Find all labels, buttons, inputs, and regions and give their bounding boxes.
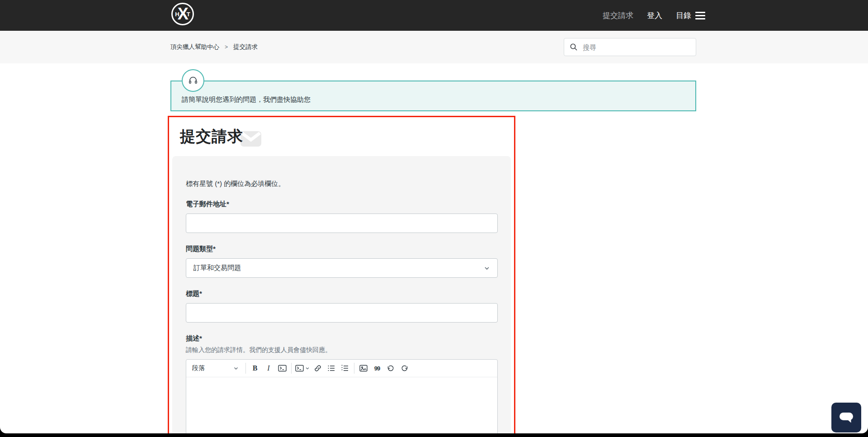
- search-box[interactable]: [564, 38, 696, 56]
- headset-icon: [182, 69, 204, 92]
- issue-type-label: 問題類型*: [186, 245, 497, 253]
- nav-menu-button[interactable]: 目錄: [676, 10, 705, 21]
- envelope-icon: [241, 131, 261, 147]
- numbered-list-button[interactable]: [338, 361, 352, 375]
- brand-logo[interactable]: H X T: [171, 3, 194, 25]
- link-icon: [314, 364, 322, 372]
- chat-bubble-icon: [839, 411, 854, 424]
- page-content: H X T 提交請求 登入 目錄 頂尖獵人幫助中心 > 提交請求: [0, 0, 868, 433]
- page: { "header": { "logo": { "left": "H", "ce…: [0, 0, 868, 437]
- email-input[interactable]: [186, 214, 498, 233]
- search-input[interactable]: [582, 43, 690, 52]
- page-title: 提交請求: [180, 126, 243, 147]
- subject-label: 標題*: [186, 290, 497, 298]
- chat-launcher-button[interactable]: [831, 403, 861, 432]
- insert-image-button[interactable]: [357, 361, 370, 375]
- description-field-group: 描述* 請輸入您的請求詳情。我們的支援人員會儘快回應。 段落 B I: [186, 334, 497, 433]
- submit-request-section-highlighted: 提交請求 標有星號 (*) 的欄位為必填欄位。 電子郵件地址* 問題類型* 訂單…: [168, 116, 515, 433]
- code-block-button[interactable]: [294, 361, 311, 375]
- issue-type-selected-value: 訂單和交易問題: [193, 264, 241, 272]
- search-icon: [570, 43, 578, 51]
- issue-type-field-group: 問題類型* 訂單和交易問題: [186, 245, 497, 278]
- breadcrumb: 頂尖獵人幫助中心 > 提交請求: [170, 43, 258, 51]
- breadcrumb-separator: >: [225, 44, 228, 50]
- nav-submit-request-link[interactable]: 提交請求: [603, 10, 633, 21]
- bold-button[interactable]: B: [248, 361, 262, 375]
- email-label: 電子郵件地址*: [186, 200, 497, 209]
- toolbar-separator: [291, 363, 292, 374]
- form-title-row: 提交請求: [169, 117, 514, 156]
- italic-button[interactable]: I: [262, 361, 275, 375]
- code-block-icon: [295, 365, 304, 372]
- description-hint: 請輸入您的請求詳情。我們的支援人員會儘快回應。: [186, 346, 497, 354]
- email-field-group: 電子郵件地址*: [186, 200, 497, 233]
- nav-menu-label: 目錄: [676, 10, 691, 21]
- link-button[interactable]: [311, 361, 325, 375]
- toolbar-separator: [245, 363, 246, 374]
- image-icon: [359, 365, 368, 372]
- breadcrumb-home-link[interactable]: 頂尖獵人幫助中心: [170, 43, 219, 51]
- chevron-down-icon: [484, 265, 490, 271]
- code-icon: [278, 365, 287, 372]
- top-navigation: 提交請求 登入 目錄: [603, 0, 705, 31]
- subject-input[interactable]: [186, 303, 498, 323]
- redo-button[interactable]: [397, 361, 411, 375]
- bullet-list-button[interactable]: [325, 361, 338, 375]
- top-header: H X T 提交請求 登入 目錄: [0, 0, 868, 31]
- description-editor-area[interactable]: [186, 377, 497, 433]
- redo-icon: [401, 365, 408, 372]
- breadcrumb-current: 提交請求: [233, 43, 258, 51]
- breadcrumb-band: 頂尖獵人幫助中心 > 提交請求: [0, 31, 868, 63]
- undo-icon: [387, 365, 395, 372]
- hamburger-icon: [695, 12, 705, 19]
- nav-sign-in-link[interactable]: 登入: [647, 10, 662, 21]
- numbered-list-icon: [341, 365, 349, 372]
- description-label: 描述*: [186, 334, 497, 343]
- subject-field-group: 標題*: [186, 290, 497, 323]
- undo-button[interactable]: [384, 361, 397, 375]
- info-banner: 請簡單說明您遇到的問題，我們盡快協助您: [170, 81, 696, 111]
- chevron-down-icon: [305, 366, 310, 370]
- issue-type-select[interactable]: 訂單和交易問題: [186, 258, 498, 278]
- quote-button[interactable]: 99: [370, 361, 384, 375]
- logo-letter-t: T: [187, 11, 190, 17]
- bullet-list-icon: [327, 365, 335, 372]
- rich-text-editor: 段落 B I: [186, 359, 498, 433]
- code-span-button[interactable]: [275, 361, 289, 375]
- paragraph-style-label: 段落: [192, 364, 205, 372]
- toolbar-separator: [354, 363, 354, 374]
- chevron-down-icon: [233, 366, 239, 371]
- request-form-panel: 標有星號 (*) 的欄位為必填欄位。 電子郵件地址* 問題類型* 訂單和交易問題: [172, 156, 511, 433]
- info-banner-message: 請簡單說明您遇到的問題，我們盡快協助您: [171, 81, 695, 104]
- editor-toolbar: 段落 B I: [186, 360, 497, 377]
- paragraph-style-select[interactable]: 段落: [188, 361, 243, 375]
- required-fields-note: 標有星號 (*) 的欄位為必填欄位。: [186, 180, 497, 188]
